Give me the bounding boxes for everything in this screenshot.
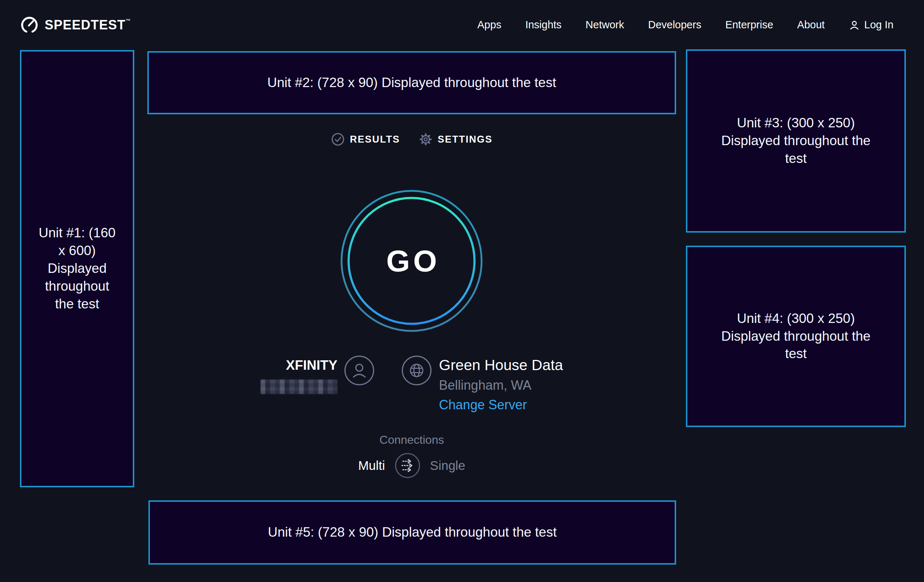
connections-section: Connections Multi Single (147, 432, 676, 479)
results-tab-label: RESULTS (350, 134, 400, 145)
nav-item-network[interactable]: Network (586, 19, 624, 31)
globe-circle-icon (401, 355, 432, 386)
speedtest-page: SPEEDTEST™ Apps Insights Network Develop… (0, 0, 924, 582)
server-name: Green House Data (439, 355, 563, 375)
tab-results[interactable]: RESULTS (331, 132, 400, 146)
settings-tab-label: SETTINGS (438, 134, 492, 145)
ad-unit-1: Unit #1: (160 x 600) Displayed throughou… (20, 50, 134, 487)
ad-unit-4-label: Unit #4: (300 x 250) Displayed throughou… (718, 310, 874, 363)
tab-settings[interactable]: SETTINGS (419, 132, 492, 146)
connections-label: Connections (147, 432, 676, 447)
isp-block: XFINITY (261, 355, 338, 394)
speedtest-logo[interactable]: SPEEDTEST™ (20, 16, 131, 35)
nav-item-about[interactable]: About (797, 19, 825, 31)
user-outline-icon (848, 19, 860, 31)
connections-single-option[interactable]: Single (430, 458, 465, 473)
top-nav: SPEEDTEST™ Apps Insights Network Develop… (0, 0, 924, 50)
connection-info: XFINITY Green House Data Bellingham, WA … (147, 355, 676, 415)
gear-icon (419, 132, 432, 146)
user-circle-icon (344, 355, 375, 386)
ad-unit-2: Unit #2: (728 x 90) Displayed throughout… (147, 51, 676, 114)
trademark-mark: ™ (125, 18, 131, 23)
nav-item-apps[interactable]: Apps (477, 19, 501, 31)
ad-unit-2-label: Unit #2: (728 x 90) Displayed throughout… (267, 74, 556, 92)
connections-row: Multi Single (358, 452, 465, 479)
go-button[interactable]: GO (340, 190, 483, 332)
login-label: Log In (864, 19, 894, 31)
isp-name: XFINITY (286, 355, 338, 375)
ad-unit-5-label: Unit #5: (728 x 90) Displayed throughout… (268, 524, 557, 541)
server-block: Green House Data Bellingham, WA Change S… (439, 355, 563, 415)
nav-item-insights[interactable]: Insights (525, 19, 561, 31)
ad-unit-1-label: Unit #1: (160 x 600) Displayed throughou… (38, 224, 117, 313)
nav-links: Apps Insights Network Developers Enterpr… (477, 19, 894, 31)
check-circle-icon (331, 132, 345, 146)
ad-unit-4: Unit #4: (300 x 250) Displayed throughou… (686, 246, 906, 427)
ad-unit-3-label: Unit #3: (300 x 250) Displayed throughou… (718, 114, 874, 167)
ad-unit-5: Unit #5: (728 x 90) Displayed throughout… (148, 500, 676, 565)
speedometer-icon (20, 16, 39, 35)
connections-multi-option[interactable]: Multi (358, 458, 385, 473)
ad-unit-3: Unit #3: (300 x 250) Displayed throughou… (686, 49, 906, 232)
go-label: GO (340, 190, 483, 332)
logo-text: SPEEDTEST™ (45, 17, 131, 33)
login-button[interactable]: Log In (848, 19, 894, 31)
tab-bar: RESULTS SETTINGS (147, 130, 676, 149)
nav-item-developers[interactable]: Developers (648, 19, 701, 31)
change-server-link[interactable]: Change Server (439, 395, 527, 415)
nav-item-enterprise[interactable]: Enterprise (725, 19, 773, 31)
server-location: Bellingham, WA (439, 375, 532, 395)
connections-toggle-icon[interactable] (394, 452, 421, 479)
redacted-ip (261, 379, 338, 394)
